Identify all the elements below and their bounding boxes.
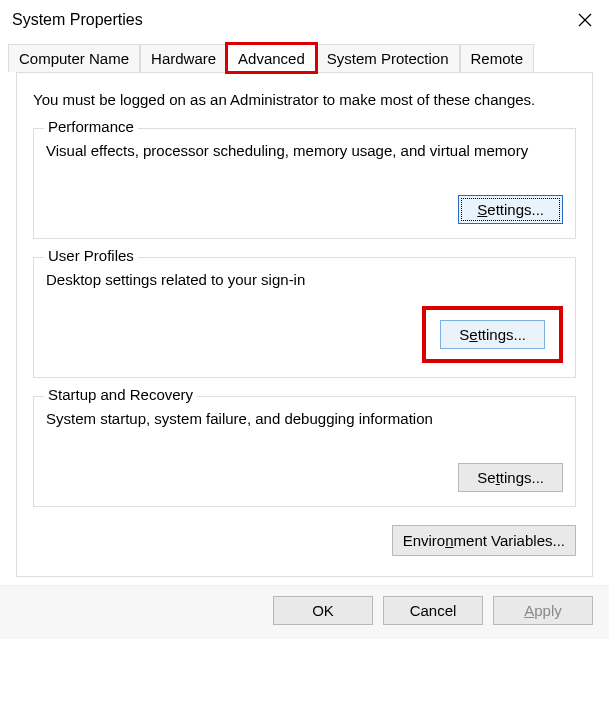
admin-note: You must be logged on as an Administrato… <box>33 91 576 108</box>
tab-remote[interactable]: Remote <box>460 44 535 72</box>
cancel-button[interactable]: Cancel <box>383 596 483 625</box>
tab-hardware[interactable]: Hardware <box>140 44 227 72</box>
performance-desc: Visual effects, processor scheduling, me… <box>46 142 563 159</box>
tab-system-protection[interactable]: System Protection <box>316 44 460 72</box>
performance-settings-button[interactable]: Settings... <box>458 195 563 224</box>
tab-strip: Computer Name Hardware Advanced System P… <box>0 38 609 585</box>
user-profiles-desc: Desktop settings related to your sign-in <box>46 271 563 288</box>
user-profiles-label: User Profiles <box>44 247 138 264</box>
performance-group: Performance Visual effects, processor sc… <box>33 128 576 239</box>
user-profiles-settings-button[interactable]: Settings... <box>440 320 545 349</box>
environment-variables-button[interactable]: Environment Variables... <box>392 525 576 556</box>
startup-settings-button[interactable]: Settings... <box>458 463 563 492</box>
ok-button[interactable]: OK <box>273 596 373 625</box>
titlebar: System Properties <box>0 0 609 38</box>
startup-desc: System startup, system failure, and debu… <box>46 410 563 427</box>
startup-label: Startup and Recovery <box>44 386 197 403</box>
system-properties-window: System Properties Computer Name Hardware… <box>0 0 609 708</box>
startup-recovery-group: Startup and Recovery System startup, sys… <box>33 396 576 507</box>
performance-label: Performance <box>44 118 138 135</box>
dialog-footer: OK Cancel Apply <box>0 585 609 639</box>
user-profiles-group: User Profiles Desktop settings related t… <box>33 257 576 378</box>
user-profiles-highlight: Settings... <box>422 306 563 363</box>
close-icon <box>578 13 592 27</box>
advanced-panel: You must be logged on as an Administrato… <box>16 72 593 577</box>
close-button[interactable] <box>571 6 599 34</box>
apply-button[interactable]: Apply <box>493 596 593 625</box>
tab-computer-name[interactable]: Computer Name <box>8 44 140 72</box>
tab-advanced[interactable]: Advanced <box>227 44 316 72</box>
window-title: System Properties <box>12 11 143 29</box>
